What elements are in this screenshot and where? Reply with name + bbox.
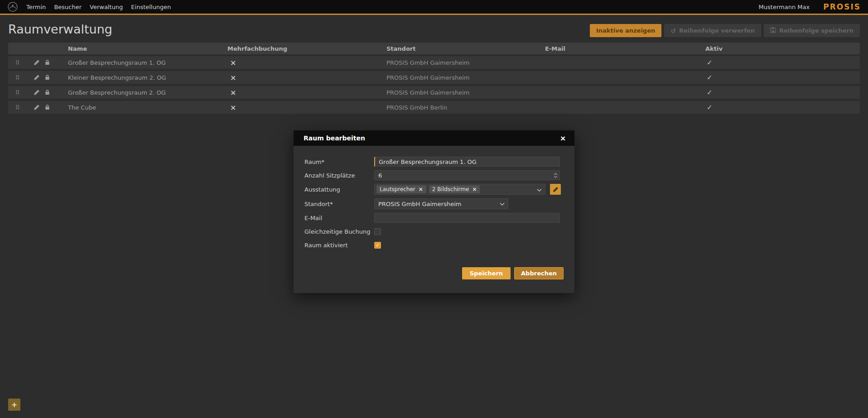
drag-handle-icon[interactable]: ⠿ xyxy=(15,74,20,81)
sitzplaetze-input[interactable] xyxy=(374,170,560,180)
main-menu: Termin Besucher Verwaltung Einstellungen xyxy=(26,4,171,10)
col-aktiv: Aktiv xyxy=(705,45,860,52)
undo-icon: ↺ xyxy=(670,28,676,34)
cross-icon: × xyxy=(227,73,386,82)
prosis-logo: PROSIS xyxy=(823,2,861,11)
modal-header: Raum bearbeiten × xyxy=(294,130,574,146)
menu-besucher[interactable]: Besucher xyxy=(54,4,82,10)
edit-room-icon[interactable] xyxy=(34,59,40,66)
ausstattung-label: Ausstattung xyxy=(304,186,374,193)
edit-room-icon[interactable] xyxy=(34,89,40,96)
check-icon: ✓ xyxy=(705,88,860,96)
topbar: Termin Besucher Verwaltung Einstellungen… xyxy=(0,0,868,15)
email-input[interactable] xyxy=(374,213,560,223)
table-row: ⠿ Großer Besprechungsraum 2. OG × PROSIS… xyxy=(8,86,860,99)
close-icon[interactable]: × xyxy=(558,133,568,144)
show-inactive-button[interactable]: Inaktive anzeigen xyxy=(590,24,661,37)
room-standort: PROSIS GmbH Gaimersheim xyxy=(386,89,545,96)
table-row: ⠿ The Cube × PROSIS GmbH Berlin ✓ xyxy=(8,101,860,114)
col-standort: Standort xyxy=(386,45,545,52)
rooms-table: Name Mehrfachbuchung Standort E-Mail Akt… xyxy=(8,43,860,114)
drag-handle-icon[interactable]: ⠿ xyxy=(15,104,20,111)
edit-room-icon[interactable] xyxy=(34,74,40,81)
add-room-button[interactable]: + xyxy=(8,399,20,411)
col-name: Name xyxy=(68,45,227,52)
menu-einstellungen[interactable]: Einstellungen xyxy=(131,4,171,10)
number-stepper[interactable] xyxy=(554,170,558,180)
remove-tag-icon[interactable]: × xyxy=(419,186,423,192)
raum-input[interactable] xyxy=(374,157,560,167)
cross-icon: × xyxy=(227,103,386,112)
app-logo-icon[interactable] xyxy=(7,1,18,12)
chevron-down-icon xyxy=(537,185,542,194)
save-order-button: Reihenfolge speichern xyxy=(764,24,860,37)
edit-room-modal: Raum bearbeiten × Raum* Anzahl Sitzplätz… xyxy=(294,130,574,293)
edit-ausstattung-button[interactable] xyxy=(550,184,561,195)
room-name: The Cube xyxy=(68,104,227,111)
cross-icon: × xyxy=(227,58,386,67)
check-icon: ✓ xyxy=(705,73,860,82)
lock-room-icon[interactable] xyxy=(44,89,50,96)
remove-tag-icon[interactable]: × xyxy=(472,186,477,192)
check-icon: ✓ xyxy=(705,58,860,67)
gleichzeitige-buchung-label: Gleichzeitige Buchung xyxy=(304,228,374,235)
gleichzeitige-buchung-checkbox[interactable] xyxy=(374,228,381,235)
room-standort: PROSIS GmbH Gaimersheim xyxy=(386,74,545,81)
lock-room-icon[interactable] xyxy=(44,74,50,81)
table-header: Name Mehrfachbuchung Standort E-Mail Akt… xyxy=(8,43,860,54)
save-icon xyxy=(770,27,776,34)
col-email: E-Mail xyxy=(545,45,705,52)
raum-label: Raum* xyxy=(304,159,374,165)
save-button[interactable]: Speichern xyxy=(462,267,511,279)
menu-termin[interactable]: Termin xyxy=(26,4,46,10)
check-icon: ✓ xyxy=(705,103,860,111)
edit-room-icon[interactable] xyxy=(34,104,40,111)
user-name[interactable]: Mustermann Max xyxy=(759,4,810,10)
modal-title: Raum bearbeiten xyxy=(304,135,365,142)
cross-icon: × xyxy=(227,88,386,97)
ausstattung-multiselect[interactable]: Lautsprecher × 2 Bildschirme × xyxy=(374,184,545,195)
room-name: Großer Besprechungsraum 2. OG xyxy=(68,89,227,96)
tag-chip: 2 Bildschirme × xyxy=(429,185,480,193)
menu-verwaltung[interactable]: Verwaltung xyxy=(90,4,123,10)
drag-handle-icon[interactable]: ⠿ xyxy=(15,89,20,96)
tag-chip: Lautsprecher × xyxy=(376,185,426,193)
lock-room-icon[interactable] xyxy=(44,59,50,66)
email-label: E-Mail xyxy=(304,215,374,221)
drag-handle-icon[interactable]: ⠿ xyxy=(15,59,20,66)
room-name: Großer Besprechungsraum 1. OG xyxy=(68,59,227,66)
table-row: ⠿ Großer Besprechungsraum 1. OG × PROSIS… xyxy=(8,56,860,69)
room-standort: PROSIS GmbH Gaimersheim xyxy=(386,59,545,66)
standort-label: Standort* xyxy=(304,201,374,207)
lock-room-icon[interactable] xyxy=(44,104,50,111)
standort-select[interactable]: PROSIS GmbH Gaimersheim xyxy=(374,198,508,209)
raum-aktiviert-label: Raum aktiviert xyxy=(304,242,374,249)
room-name: Kleiner Besprechungsraum 2. OG xyxy=(68,74,227,81)
chevron-down-icon xyxy=(500,201,505,207)
raum-aktiviert-checkbox[interactable]: ✓ xyxy=(374,242,381,249)
discard-order-button: ↺ Reihenfolge verwerfen xyxy=(664,24,761,37)
col-mehrfachbuchung: Mehrfachbuchung xyxy=(227,45,386,52)
cancel-button[interactable]: Abbrechen xyxy=(514,267,564,279)
sitzplaetze-label: Anzahl Sitzplätze xyxy=(304,172,374,179)
table-row: ⠿ Kleiner Besprechungsraum 2. OG × PROSI… xyxy=(8,71,860,84)
room-standort: PROSIS GmbH Berlin xyxy=(386,104,545,111)
